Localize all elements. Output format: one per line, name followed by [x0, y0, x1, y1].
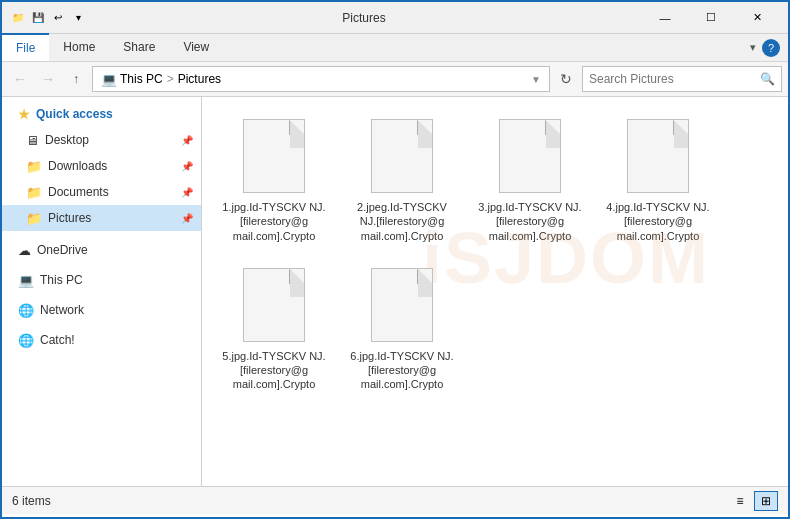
window-controls: — ☐ ✕	[642, 2, 780, 34]
undo-icon: ↩	[50, 10, 66, 26]
maximize-button[interactable]: ☐	[688, 2, 734, 34]
sidebar-item-catch[interactable]: 🌐 Catch!	[2, 327, 201, 353]
file-item-5[interactable]: 5.jpg.Id-TYSCKV NJ.[filerestory@g mail.c…	[214, 258, 334, 399]
title-bar: 📁 💾 ↩ ▾ Pictures — ☐ ✕	[2, 2, 788, 34]
file-item-6[interactable]: 6.jpg.Id-TYSCKV NJ.[filerestory@g mail.c…	[342, 258, 462, 399]
file-item-4[interactable]: 4.jpg.Id-TYSCKV NJ.[filerestory@g mail.c…	[598, 109, 718, 250]
sidebar-thispc-label: This PC	[40, 273, 193, 287]
file-page-icon	[627, 119, 689, 193]
file-name-label: 4.jpg.Id-TYSCKV NJ.[filerestory@g mail.c…	[605, 200, 711, 243]
desktop-icon: 🖥	[26, 133, 39, 148]
back-button[interactable]: ←	[8, 67, 32, 91]
files-grid: 1.jpg.Id-TYSCKV NJ.[filerestory@g mail.c…	[210, 105, 780, 403]
catch-icon: 🌐	[18, 333, 34, 348]
minimize-button[interactable]: —	[642, 2, 688, 34]
search-input[interactable]	[589, 72, 756, 86]
thispc-icon: 💻	[18, 273, 34, 288]
downloads-icon: 📁	[26, 159, 42, 174]
status-bar: 6 items ≡ ⊞	[2, 486, 788, 514]
path-thispc[interactable]: 💻 This PC	[101, 72, 163, 87]
sidebar-downloads-label: Downloads	[48, 159, 175, 173]
file-icon-wrapper	[366, 116, 438, 196]
star-icon: ★	[18, 107, 30, 122]
tab-file[interactable]: File	[2, 33, 49, 61]
ribbon-tabs: File Home Share View ▾ ?	[2, 34, 788, 61]
file-item-2[interactable]: 2.jpeg.Id-TYSCKV NJ.[filerestory@g mail.…	[342, 109, 462, 250]
sidebar-item-pictures[interactable]: 📁 Pictures 📌	[2, 205, 201, 231]
tab-view[interactable]: View	[169, 34, 223, 61]
file-page-icon	[243, 119, 305, 193]
tab-share[interactable]: Share	[109, 34, 169, 61]
save-icon: 💾	[30, 10, 46, 26]
sidebar-item-quick-access[interactable]: ★ Quick access	[2, 101, 201, 127]
sidebar: ★ Quick access 🖥 Desktop 📌 📁 Downloads 📌…	[2, 97, 202, 486]
documents-icon: 📁	[26, 185, 42, 200]
address-path[interactable]: 💻 This PC > Pictures ▼	[92, 66, 550, 92]
sidebar-onedrive-label: OneDrive	[37, 243, 193, 257]
forward-button[interactable]: →	[36, 67, 60, 91]
pictures-icon: 📁	[26, 211, 42, 226]
pin-icon: 📌	[181, 135, 193, 146]
sidebar-documents-label: Documents	[48, 185, 175, 199]
file-page-icon	[243, 268, 305, 342]
search-box[interactable]: 🔍	[582, 66, 782, 92]
file-item-1[interactable]: 1.jpg.Id-TYSCKV NJ.[filerestory@g mail.c…	[214, 109, 334, 250]
file-name-label: 3.jpg.Id-TYSCKV NJ.[filerestory@g mail.c…	[477, 200, 583, 243]
sidebar-item-documents[interactable]: 📁 Documents 📌	[2, 179, 201, 205]
sidebar-item-onedrive[interactable]: ☁ OneDrive	[2, 237, 201, 263]
sidebar-network-label: Network	[40, 303, 193, 317]
pin-icon-pictures: 📌	[181, 213, 193, 224]
pin-icon-downloads: 📌	[181, 161, 193, 172]
file-icon-wrapper	[238, 265, 310, 345]
details-view-button[interactable]: ⊞	[754, 491, 778, 511]
sidebar-pictures-label: Pictures	[48, 211, 175, 225]
sidebar-item-network[interactable]: 🌐 Network	[2, 297, 201, 323]
dropdown-icon[interactable]: ▾	[70, 10, 86, 26]
title-bar-icons: 📁 💾 ↩ ▾	[10, 10, 86, 26]
file-icon-wrapper	[494, 116, 566, 196]
main-layout: ★ Quick access 🖥 Desktop 📌 📁 Downloads 📌…	[2, 97, 788, 486]
content-wrapper: iSJDOM 1.jpg.Id-TYSCKV NJ.[filerestory@g…	[202, 97, 788, 486]
file-icon-wrapper	[366, 265, 438, 345]
content-area: 1.jpg.Id-TYSCKV NJ.[filerestory@g mail.c…	[202, 97, 788, 411]
quick-access-label: Quick access	[36, 107, 113, 121]
network-icon: 🌐	[18, 303, 34, 318]
file-icon-wrapper	[622, 116, 694, 196]
search-icon[interactable]: 🔍	[760, 72, 775, 86]
file-name-label: 5.jpg.Id-TYSCKV NJ.[filerestory@g mail.c…	[221, 349, 327, 392]
folder-icon: 📁	[10, 10, 26, 26]
file-name-label: 2.jpeg.Id-TYSCKV NJ.[filerestory@g mail.…	[349, 200, 455, 243]
sidebar-catch-label: Catch!	[40, 333, 193, 347]
sidebar-item-desktop[interactable]: 🖥 Desktop 📌	[2, 127, 201, 153]
item-count: 6 items	[12, 494, 51, 508]
ribbon: File Home Share View ▾ ?	[2, 34, 788, 62]
tab-home[interactable]: Home	[49, 34, 109, 61]
file-page-icon	[371, 119, 433, 193]
window-title: Pictures	[86, 11, 642, 25]
file-page-icon	[499, 119, 561, 193]
computer-icon: 💻	[101, 72, 117, 87]
path-dropdown-icon[interactable]: ▼	[531, 74, 541, 85]
file-name-label: 6.jpg.Id-TYSCKV NJ.[filerestory@g mail.c…	[349, 349, 455, 392]
address-bar: ← → ↑ 💻 This PC > Pictures ▼ ↻ 🔍	[2, 62, 788, 97]
path-separator: >	[167, 72, 174, 86]
file-item-3[interactable]: 3.jpg.Id-TYSCKV NJ.[filerestory@g mail.c…	[470, 109, 590, 250]
sidebar-desktop-label: Desktop	[45, 133, 175, 147]
close-button[interactable]: ✕	[734, 2, 780, 34]
sidebar-item-thispc[interactable]: 💻 This PC	[2, 267, 201, 293]
list-view-button[interactable]: ≡	[728, 491, 752, 511]
file-name-label: 1.jpg.Id-TYSCKV NJ.[filerestory@g mail.c…	[221, 200, 327, 243]
ribbon-collapse-icon[interactable]: ▾	[750, 41, 756, 54]
refresh-button[interactable]: ↻	[554, 67, 578, 91]
file-icon-wrapper	[238, 116, 310, 196]
pin-icon-documents: 📌	[181, 187, 193, 198]
path-pictures: Pictures	[178, 72, 221, 86]
up-button[interactable]: ↑	[64, 67, 88, 91]
onedrive-icon: ☁	[18, 243, 31, 258]
view-controls: ≡ ⊞	[728, 491, 778, 511]
help-button[interactable]: ?	[762, 39, 780, 57]
sidebar-item-downloads[interactable]: 📁 Downloads 📌	[2, 153, 201, 179]
file-page-icon	[371, 268, 433, 342]
